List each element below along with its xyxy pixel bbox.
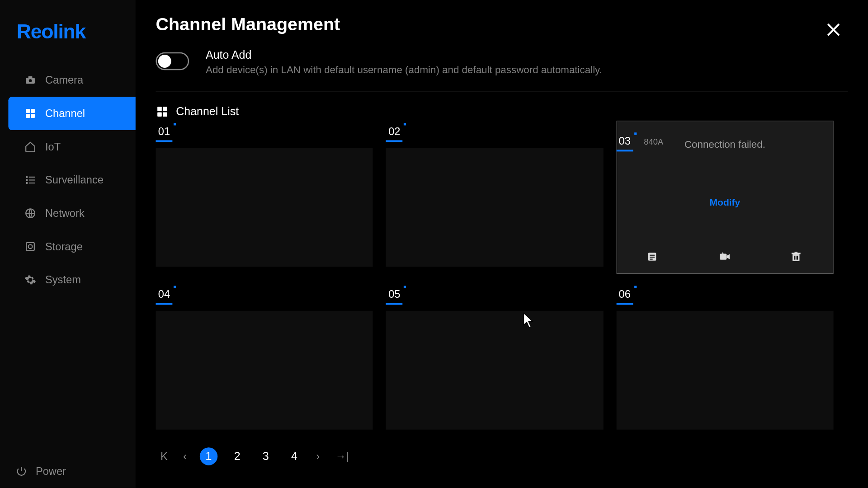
svg-rect-16: [157, 107, 162, 111]
close-button[interactable]: [825, 21, 843, 39]
sidebar-item-label: Storage: [45, 240, 83, 253]
svg-point-2: [29, 79, 32, 82]
autoadd-row: Auto Add Add device(s) in LAN with defau…: [156, 49, 848, 92]
power-label: Power: [36, 465, 66, 478]
sidebar-item-label: System: [45, 274, 81, 286]
channel-device-name: 840A: [644, 136, 663, 146]
svg-rect-5: [26, 114, 30, 118]
details-icon[interactable]: [646, 251, 660, 264]
svg-rect-14: [26, 243, 34, 251]
svg-rect-6: [31, 114, 35, 118]
channel-grid: 01 02 03 840A Connection failed. Modify: [156, 124, 834, 430]
page-last[interactable]: →|: [333, 448, 351, 465]
globe-icon: [24, 207, 37, 220]
power-button[interactable]: Power: [0, 455, 136, 488]
home-icon: [24, 140, 37, 153]
svg-rect-21: [650, 255, 655, 256]
svg-point-15: [28, 244, 33, 249]
channel-number: 03: [616, 134, 633, 151]
sidebar-item-network[interactable]: Network: [8, 197, 135, 230]
svg-rect-22: [650, 257, 655, 258]
autoadd-title: Auto Add: [206, 49, 602, 62]
sidebar-item-iot[interactable]: IoT: [8, 130, 135, 164]
page-number[interactable]: 1: [200, 447, 217, 465]
sidebar-item-surveillance[interactable]: Surveillance: [8, 164, 135, 197]
sidebar-item-label: Surveillance: [45, 174, 104, 187]
sidebar-item-system[interactable]: System: [8, 263, 135, 297]
channel-cell[interactable]: 05: [386, 287, 603, 430]
sidebar-item-camera[interactable]: Camera: [8, 64, 135, 97]
page-number[interactable]: 4: [285, 447, 303, 465]
grid-icon: [156, 105, 169, 118]
channel-number: 01: [156, 124, 173, 142]
channel-number: 04: [156, 287, 173, 305]
svg-rect-12: [29, 183, 35, 183]
channel-cell[interactable]: 02: [386, 124, 603, 274]
channel-number: 02: [386, 124, 403, 142]
svg-point-11: [26, 182, 28, 184]
nav: Camera Channel IoT Surveillance: [0, 58, 136, 455]
sidebar-item-label: Channel: [45, 107, 85, 120]
sidebar: Reolink Camera Channel IoT: [0, 0, 136, 488]
svg-rect-30: [797, 256, 798, 260]
svg-rect-17: [163, 107, 167, 111]
gear-icon: [24, 273, 37, 286]
channel-preview: [386, 311, 603, 430]
page-next[interactable]: ›: [314, 448, 322, 465]
channel-preview: [616, 311, 833, 430]
channel-list-header: Channel List: [156, 105, 848, 118]
page-number[interactable]: 2: [228, 447, 246, 465]
channel-cell[interactable]: 01: [156, 124, 373, 274]
channel-cell[interactable]: 06: [616, 287, 833, 430]
channel-list-label: Channel List: [176, 105, 239, 118]
toggle-knob: [158, 55, 171, 68]
svg-point-7: [26, 176, 28, 178]
disk-icon: [24, 240, 37, 253]
page-first[interactable]: K: [158, 448, 170, 465]
camera-action-icon[interactable]: [718, 251, 731, 264]
channel-cell[interactable]: 04: [156, 287, 373, 430]
svg-rect-27: [795, 252, 798, 253]
svg-rect-26: [792, 253, 801, 254]
channel-preview: [156, 148, 373, 267]
svg-rect-10: [29, 179, 35, 180]
sidebar-item-label: Camera: [45, 74, 83, 87]
list-icon: [24, 174, 37, 187]
channel-number: 05: [386, 287, 403, 305]
channel-number: 06: [616, 287, 633, 305]
delete-icon[interactable]: [790, 251, 803, 264]
svg-rect-1: [28, 76, 33, 78]
page-prev[interactable]: ‹: [181, 448, 189, 465]
main: Channel Management Auto Add Add device(s…: [136, 0, 868, 488]
grid-icon: [24, 107, 37, 120]
channel-cell-active[interactable]: 03 840A Connection failed. Modify: [616, 124, 833, 274]
svg-rect-8: [29, 177, 35, 178]
sidebar-item-storage[interactable]: Storage: [8, 230, 135, 263]
channel-preview: [156, 311, 373, 430]
sidebar-item-label: Network: [45, 207, 85, 220]
channel-preview: [386, 148, 603, 267]
power-icon: [15, 465, 27, 477]
svg-rect-24: [720, 254, 726, 260]
page-number[interactable]: 3: [257, 447, 274, 465]
svg-rect-3: [26, 109, 30, 113]
modify-button[interactable]: Modify: [617, 197, 833, 208]
svg-rect-28: [794, 256, 795, 260]
svg-rect-19: [163, 112, 167, 117]
svg-rect-23: [650, 258, 653, 259]
svg-point-9: [26, 179, 28, 181]
svg-rect-4: [31, 109, 35, 113]
page-title: Channel Management: [156, 14, 848, 35]
sidebar-item-label: IoT: [45, 141, 61, 153]
svg-rect-29: [796, 256, 797, 260]
sidebar-item-channel[interactable]: Channel: [8, 97, 135, 130]
autoadd-description: Add device(s) in LAN with default userna…: [206, 64, 602, 76]
pagination: K ‹ 1 2 3 4 › →|: [156, 447, 848, 465]
camera-icon: [24, 74, 37, 87]
svg-rect-18: [157, 112, 162, 117]
brand-logo: Reolink: [0, 0, 136, 58]
autoadd-toggle[interactable]: [156, 52, 189, 70]
